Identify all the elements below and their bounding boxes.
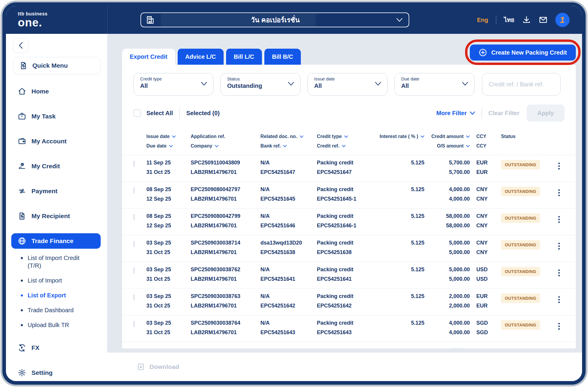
page-number-4[interactable]: 4 xyxy=(499,348,512,348)
sort-chevron-icon xyxy=(342,145,346,147)
sidebar-item-my-recipient[interactable]: My Recipient xyxy=(13,208,101,224)
filter-issue-date[interactable]: Issue date All xyxy=(307,73,388,96)
kebab-menu-icon[interactable] xyxy=(556,322,562,331)
kebab-menu-icon[interactable] xyxy=(556,295,562,304)
sidebar-collapse-button[interactable] xyxy=(13,38,29,53)
tab-label: Advice L/C xyxy=(185,53,216,60)
tab-advice-lc[interactable]: Advice L/C xyxy=(177,49,224,65)
cell-credit-type: Packing credit xyxy=(317,240,373,245)
download-icon[interactable] xyxy=(522,15,531,24)
cell-os-amount: 5,000.00 xyxy=(424,276,470,282)
sort-related-doc-no[interactable]: Related doc. no. xyxy=(260,132,317,141)
kebab-menu-icon[interactable] xyxy=(556,268,562,277)
sort-issue-date[interactable]: Issue date xyxy=(146,132,191,141)
apply-button[interactable]: Apply xyxy=(527,104,565,122)
lang-thai-toggle[interactable]: ไทย xyxy=(504,15,514,25)
sidebar-item-setting[interactable]: Setting xyxy=(13,365,101,380)
clear-filter-button[interactable]: Clear Filter xyxy=(489,110,519,117)
sort-due-date[interactable]: Due date xyxy=(146,141,191,151)
cell-os-amount: 58,000.00 xyxy=(424,223,470,228)
company-selector[interactable]: วัน คอเปอร์เรชั่น xyxy=(140,12,409,27)
download-doc-icon xyxy=(137,363,145,371)
lang-eng-toggle[interactable]: Eng xyxy=(477,17,488,23)
sidebar-item-my-credit[interactable]: My Credit xyxy=(13,158,101,174)
tab-bill-bc[interactable]: Bill B/C xyxy=(263,49,301,65)
sidebar-item-my-task[interactable]: My Task xyxy=(13,109,101,124)
filter-due-date[interactable]: Due date All xyxy=(394,73,475,96)
tab-export-credit[interactable]: Export Credit xyxy=(122,49,175,65)
page-number-5[interactable]: 5 xyxy=(515,348,528,348)
filter-status[interactable]: Status Outstanding xyxy=(220,73,301,96)
sidebar-item-trade-finance[interactable]: Trade Finance xyxy=(11,233,101,249)
create-new-packing-credit-button[interactable]: Create New Packing Credit xyxy=(470,45,576,61)
table-row: 08 Sep 25 12 Sep 25 EPC2509080042797 LAB… xyxy=(122,182,576,209)
sort-interest-rate[interactable]: Interest rate ( % ) xyxy=(373,132,424,141)
sidebar-subitem-trade-dashboard[interactable]: Trade Dashboard xyxy=(13,303,101,318)
page-number-6[interactable]: 6 xyxy=(539,348,553,348)
filter-credit-type[interactable]: Credit type All xyxy=(133,73,214,96)
row-checkbox[interactable] xyxy=(133,161,135,167)
page-number-2[interactable]: 2 xyxy=(467,348,480,348)
sidebar-item-my-account[interactable]: My Account xyxy=(13,134,101,149)
sort-credit-ref[interactable]: Credit ref. xyxy=(317,141,373,151)
cell-due-date: 31 Oct 25 xyxy=(146,250,191,255)
avatar[interactable]: 1 xyxy=(555,13,570,27)
sort-credit-amount[interactable]: Credit amount xyxy=(424,132,470,141)
select-all-label: Select All xyxy=(146,110,173,117)
cell-credit-type: Packing credit xyxy=(317,213,373,219)
more-filter-button[interactable]: More Filter xyxy=(436,110,475,117)
trade-finance-submenu: List of Import Credit (T/R) List of Impo… xyxy=(13,250,101,332)
sidebar-subitem-list-of-import-credit[interactable]: List of Import Credit (T/R) xyxy=(13,250,101,273)
sort-os-amount[interactable]: O/S amount xyxy=(424,141,470,151)
cell-credit-type: Packing credit xyxy=(317,294,373,299)
select-all-checkbox[interactable] xyxy=(133,109,141,117)
row-checkbox[interactable] xyxy=(133,241,135,247)
fx-currency-exchange-icon xyxy=(18,344,26,352)
row-checkbox[interactable] xyxy=(133,321,135,327)
credit-ref-search-input[interactable] xyxy=(482,73,560,95)
mail-icon[interactable] xyxy=(539,15,548,24)
sidebar-subitem-upload-bulk-tr[interactable]: Upload Bulk TR xyxy=(13,318,101,332)
header-label: O/S amount xyxy=(437,143,464,149)
header-label: Bank ref. xyxy=(260,143,281,149)
table-row: 03 Sep 25 31 Oct 25 SPC2509030038764 LAB… xyxy=(122,315,576,342)
sidebar-menu: Home My Task My Account My Credit Paymen… xyxy=(13,84,101,380)
kebab-menu-icon[interactable] xyxy=(556,242,562,251)
cell-credit-ref: EPC54251641 xyxy=(317,276,373,282)
sort-company[interactable]: Company xyxy=(191,141,260,151)
row-checkbox[interactable] xyxy=(133,187,135,194)
cell-credit-amount: 5,700.00 xyxy=(424,160,470,165)
cell-application-ref: SPC2509030038762 xyxy=(191,267,260,272)
row-checkbox[interactable] xyxy=(133,267,135,274)
kebab-menu-icon[interactable] xyxy=(556,161,562,171)
status-badge: OUTSTANDING xyxy=(501,213,540,223)
sidebar-item-quick-menu[interactable]: Quick Menu xyxy=(13,57,101,74)
tab-label: Bill B/C xyxy=(272,53,293,60)
kebab-menu-icon[interactable] xyxy=(556,215,562,224)
sort-chevron-icon xyxy=(300,135,304,138)
kebab-menu-icon[interactable] xyxy=(556,188,562,197)
sidebar-item-fx[interactable]: FX xyxy=(13,340,101,356)
filter-label: Issue date xyxy=(314,76,382,81)
row-checkbox[interactable] xyxy=(133,214,135,220)
sidebar-subitem-list-of-import[interactable]: List of Import xyxy=(13,273,101,288)
filter-label: Due date xyxy=(401,76,469,81)
tab-row: Export Credit Advice L/C Bill L/C Bill B… xyxy=(107,34,582,65)
page-number-3[interactable]: 3 xyxy=(483,348,496,348)
chevron-left-icon xyxy=(18,42,23,49)
sort-bank-ref[interactable]: Bank ref. xyxy=(260,141,317,151)
download-button[interactable]: Download xyxy=(137,363,179,371)
sort-chevron-icon xyxy=(466,145,470,147)
table-row: 03 Sep 25 31 Oct 25 SPC2509030038763 LAB… xyxy=(122,289,576,315)
sidebar-item-home[interactable]: Home xyxy=(13,84,101,99)
building-icon xyxy=(146,15,155,24)
sort-credit-type[interactable]: Credit type xyxy=(317,132,373,141)
sort-chevron-icon xyxy=(169,145,173,147)
page-number-1[interactable]: 1 xyxy=(451,348,464,348)
sidebar-item-payment[interactable]: Payment xyxy=(13,183,101,199)
tab-bill-lc[interactable]: Bill L/C xyxy=(225,49,262,65)
sidebar-subitem-list-of-export[interactable]: List of Export xyxy=(13,288,101,303)
row-checkbox[interactable] xyxy=(133,294,135,300)
coin-stand-icon xyxy=(18,162,26,170)
cell-due-date: 12 Sep 25 xyxy=(146,223,191,228)
